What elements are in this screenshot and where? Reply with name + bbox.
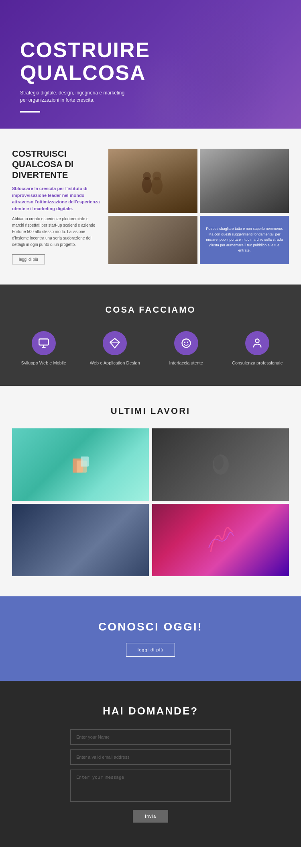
- hero-title: COSTRUIRE QUALCOSA: [20, 39, 150, 84]
- service-icon-4: [245, 331, 269, 355]
- portfolio-heading: ULTIMI LAVORI: [12, 406, 289, 416]
- contact-section: HAI DOMANDE? Invia: [0, 681, 301, 847]
- hero-subtitle: Strategia digitale, design, ingegneria e…: [20, 89, 132, 104]
- build-read-more-button[interactable]: leggi di più: [12, 254, 45, 264]
- person-icon: [252, 338, 263, 349]
- services-section: COSA FACCIAMO Sviluppo Web e Mobile: [0, 285, 301, 386]
- build-image-2: [200, 149, 289, 213]
- people-image-1: [137, 165, 169, 197]
- svg-marker-7: [110, 339, 120, 348]
- contact-message-input[interactable]: [70, 770, 231, 802]
- build-blue-box: Potresti sbagliare tutto e non saperlo n…: [200, 216, 289, 264]
- portfolio-item-4: [152, 504, 289, 576]
- service-label-4: Consulenza professionale: [232, 360, 283, 366]
- contact-name-input[interactable]: [70, 729, 231, 745]
- contact-email-input[interactable]: [70, 749, 231, 765]
- service-label-1: Sviluppo Web e Mobile: [21, 360, 66, 366]
- svg-line-10: [115, 339, 120, 342]
- build-heading: COSTRUISCI QUALCOSA DI DIVERTENTE: [12, 149, 100, 180]
- portfolio-section: ULTIMI LAVORI: [0, 386, 301, 596]
- service-icon-1: [32, 331, 56, 355]
- portfolio-grid: [12, 428, 289, 576]
- portfolio-item-3: [12, 504, 149, 576]
- svg-point-3: [153, 172, 161, 180]
- portfolio-thumbnail-4: [205, 524, 237, 556]
- cta-section: CONOSCI OGGI! leggi di più: [0, 596, 301, 681]
- svg-point-12: [184, 342, 186, 343]
- svg-point-1: [143, 172, 151, 180]
- service-icon-2: [103, 331, 127, 355]
- build-body-text: Abbiamo creato esperienze pluripremiate …: [12, 216, 100, 248]
- service-item-3: Interfaccia utente: [155, 331, 218, 366]
- build-accent-text: Sbloccare la crescita per l'istituto di …: [12, 185, 100, 212]
- svg-rect-17: [81, 457, 89, 467]
- hero-section: COSTRUIRE QUALCOSA Strategia digitale, d…: [0, 0, 301, 129]
- portfolio-item-1: [12, 428, 149, 501]
- services-heading: COSA FACCIAMO: [12, 305, 289, 315]
- diamond-icon: [109, 338, 120, 349]
- build-section: COSTRUISCI QUALCOSA DI DIVERTENTE Sblocc…: [0, 129, 301, 285]
- services-grid: Sviluppo Web e Mobile Web e Application …: [12, 331, 289, 366]
- portfolio-thumbnail-1: [69, 452, 93, 477]
- svg-point-19: [214, 455, 224, 470]
- build-text: COSTRUISCI QUALCOSA DI DIVERTENTE Sblocc…: [12, 149, 100, 264]
- contact-submit-button[interactable]: Invia: [133, 810, 168, 823]
- svg-point-11: [182, 339, 190, 348]
- monitor-icon: [38, 338, 49, 349]
- svg-point-13: [187, 342, 189, 343]
- build-image-1: [108, 149, 197, 213]
- portfolio-item-2: [152, 428, 289, 501]
- build-image-3: [108, 216, 197, 264]
- svg-rect-4: [39, 339, 48, 345]
- contact-heading: HAI DOMANDE?: [12, 705, 289, 717]
- service-item-1: Sviluppo Web e Mobile: [12, 331, 75, 366]
- service-label-2: Web e Application Design: [90, 360, 140, 366]
- service-item-4: Consulenza professionale: [226, 331, 289, 366]
- service-label-3: Interfaccia utente: [169, 360, 203, 366]
- face-icon: [181, 338, 192, 349]
- portfolio-thumbnail-2: [209, 452, 233, 477]
- svg-point-14: [256, 339, 259, 343]
- service-icon-3: [174, 331, 198, 355]
- build-images: Potresti sbagliare tutto e non saperlo n…: [108, 149, 289, 264]
- contact-form: Invia: [70, 729, 231, 823]
- cta-heading: CONOSCI OGGI!: [12, 620, 289, 633]
- hero-content: COSTRUIRE QUALCOSA Strategia digitale, d…: [20, 39, 150, 113]
- cta-button[interactable]: leggi di più: [126, 643, 175, 657]
- hero-line-decoration: [20, 111, 40, 113]
- svg-line-9: [110, 339, 115, 342]
- service-item-2: Web e Application Design: [83, 331, 147, 366]
